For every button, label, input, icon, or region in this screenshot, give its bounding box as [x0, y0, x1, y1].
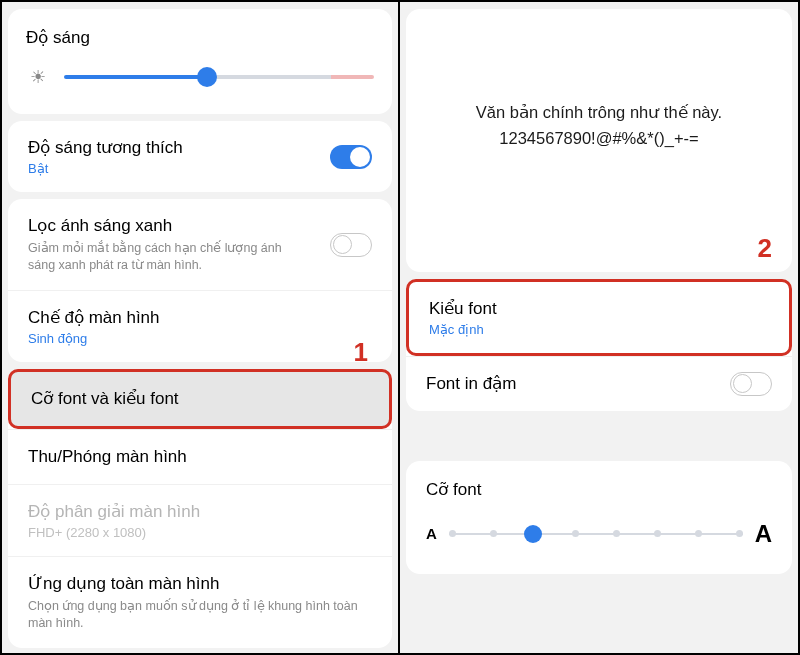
blue-light-row[interactable]: Lọc ánh sáng xanh Giảm mỏi mắt bằng cách… [8, 199, 392, 290]
screen-mode-title: Chế độ màn hình [28, 307, 372, 329]
font-style-row[interactable]: Kiểu font Mặc định [406, 279, 792, 356]
step-1-label: 1 [354, 337, 368, 368]
bold-font-title: Font in đậm [426, 373, 712, 395]
bold-font-row[interactable]: Font in đậm [406, 356, 792, 411]
adaptive-toggle[interactable] [330, 145, 372, 169]
sun-icon: ☀ [26, 66, 50, 88]
brightness-slider[interactable] [64, 75, 374, 79]
brightness-section: Độ sáng ☀ [8, 9, 392, 114]
font-size-slider[interactable] [449, 533, 743, 535]
fullscreen-title: Ứng dụng toàn màn hình [28, 573, 372, 595]
resolution-sub: FHD+ (2280 x 1080) [28, 525, 372, 540]
font-size-section: Cỡ font A A [406, 461, 792, 574]
blue-light-desc: Giảm mỏi mắt bằng cách hạn chế lượng ánh… [28, 240, 312, 274]
font-size-large-icon: A [755, 520, 772, 548]
screen-mode-row[interactable]: Chế độ màn hình Sinh động 1 [8, 290, 392, 362]
preview-line1: Văn bản chính trông như thế này. [424, 99, 774, 125]
font-style-sub: Mặc định [429, 322, 769, 337]
fullscreen-desc: Chọn ứng dụng bạn muốn sử dụng ở tỉ lệ k… [28, 598, 372, 632]
bold-toggle[interactable] [730, 372, 772, 396]
resolution-title: Độ phân giải màn hình [28, 501, 372, 523]
screen-zoom-title: Thu/Phóng màn hình [28, 446, 372, 468]
preview-line2: 1234567890!@#%&*()_+-= [424, 125, 774, 151]
font-size-thumb[interactable] [524, 525, 542, 543]
resolution-row: Độ phân giải màn hình FHD+ (2280 x 1080) [8, 484, 392, 556]
font-size-style-row[interactable]: Cỡ font và kiểu font [8, 369, 392, 429]
fullscreen-apps-row[interactable]: Ứng dụng toàn màn hình Chọn ứng dụng bạn… [8, 556, 392, 648]
display-settings-panel: Độ sáng ☀ Độ sáng tương thích Bật Lọc án… [2, 2, 400, 653]
font-size-style-title: Cỡ font và kiểu font [31, 388, 369, 410]
blue-light-title: Lọc ánh sáng xanh [28, 215, 312, 237]
brightness-title: Độ sáng [26, 19, 374, 48]
brightness-thumb[interactable] [197, 67, 217, 87]
screen-zoom-row[interactable]: Thu/Phóng màn hình [8, 429, 392, 484]
adaptive-title: Độ sáng tương thích [28, 137, 312, 159]
font-style-title: Kiểu font [429, 298, 769, 320]
blue-light-toggle[interactable] [330, 233, 372, 257]
font-preview: Văn bản chính trông như thế này. 1234567… [406, 9, 792, 272]
screen-mode-sub: Sinh động [28, 331, 372, 346]
font-size-small-icon: A [426, 525, 437, 542]
font-size-title: Cỡ font [426, 479, 772, 500]
step-2-label: 2 [758, 233, 772, 264]
adaptive-brightness-row[interactable]: Độ sáng tương thích Bật [8, 121, 392, 192]
adaptive-sub: Bật [28, 161, 312, 176]
font-settings-panel: Văn bản chính trông như thế này. 1234567… [400, 2, 798, 653]
